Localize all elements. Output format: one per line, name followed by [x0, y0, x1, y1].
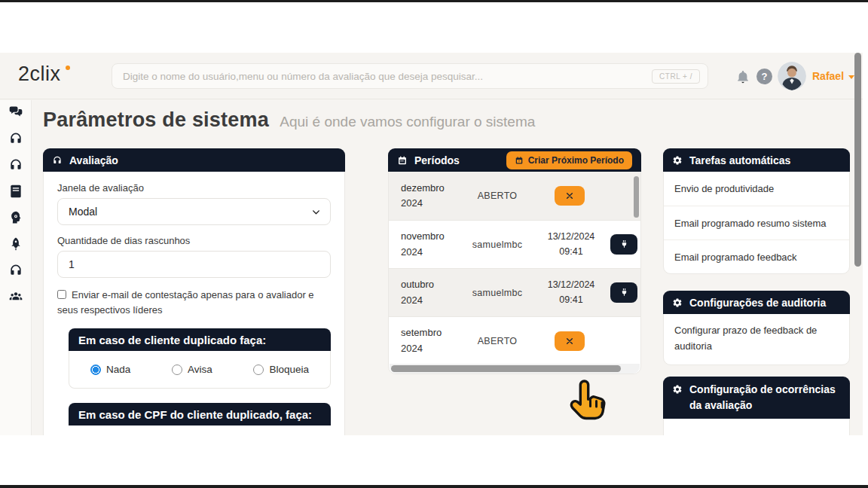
sidebar-item-chat[interactable] [8, 105, 24, 120]
period-month: outubro2024 [389, 277, 460, 307]
janela-value: Modal [69, 206, 97, 218]
period-month: novembro2024 [389, 229, 460, 259]
avatar[interactable] [778, 62, 806, 90]
close-icon [566, 192, 573, 200]
panel-tarefas-automaticas: Tarefas automáticas Envio de produtivida… [663, 148, 850, 274]
period-date: 13/12/202409:41 [535, 278, 607, 307]
checkbox-unchecked-icon[interactable] [57, 290, 66, 299]
chat-icon [8, 105, 23, 120]
page-subtitle: Aqui é onde vamos configurar o sistema [280, 114, 535, 130]
period-month: dezembro2024 [389, 181, 460, 211]
panel-auditoria-header: Configurações de auditoria [663, 291, 850, 314]
logo-dot [66, 66, 70, 70]
sidebar-item-headset-3[interactable] [8, 263, 24, 278]
close-icon [566, 337, 573, 345]
sidebar-item-users[interactable] [8, 289, 24, 304]
sidebar-item-headset-2[interactable] [8, 157, 24, 172]
period-row: novembro2024 samuelmbc 13/12/202409:41 [389, 220, 640, 268]
auditoria-item-prazo-feedback[interactable]: Configurar prazo de feedback de auditori… [664, 314, 849, 364]
panel-periodos-header: Períodos Criar Próximo Período [388, 148, 641, 172]
panel-title: Configurações de auditoria [689, 297, 826, 309]
gear-icon [672, 155, 683, 166]
radio-unchecked-icon[interactable] [253, 364, 264, 375]
panel-avaliacao: Avaliação Janela de avaliação Modal Quan… [43, 148, 345, 435]
sidebar-item-headset-1[interactable] [8, 131, 24, 146]
period-row: dezembro2024 ABERTO [389, 172, 640, 220]
topbar: 2clix CTRL + / ? Rafael [0, 53, 863, 99]
frame-bottom-border [0, 485, 868, 488]
search-input[interactable] [123, 71, 652, 82]
page-title: Parâmetros de sistema [43, 108, 269, 131]
horizontal-scrollbar-thumb[interactable] [391, 365, 621, 372]
tarefa-item-produtividade[interactable]: Envio de produtividade [664, 172, 849, 206]
close-period-button[interactable] [555, 331, 585, 351]
close-period-button[interactable] [555, 186, 585, 206]
subpanel-cliente-duplicado-header: Em caso de cliente duplicado faça: [69, 328, 331, 351]
panel-title: Configuração de ocorrências da avaliação [689, 382, 841, 413]
janela-select[interactable]: Modal [57, 198, 331, 225]
caret-down-icon [848, 75, 854, 79]
gear-icon [672, 297, 683, 308]
rascunho-input[interactable]: 1 [57, 251, 331, 278]
radio-unchecked-icon[interactable] [172, 364, 182, 375]
period-row: setembro2024 ABERTO [389, 316, 640, 364]
headset-icon [8, 157, 23, 172]
period-month: setembro2024 [389, 325, 460, 355]
radio-option-bloqueia[interactable]: Bloqueia [253, 364, 309, 375]
panel-avaliacao-header: Avaliação [43, 148, 345, 172]
contestacao-checkbox-label: Enviar e-mail de contestação apenas para… [57, 289, 314, 316]
plug-icon [619, 239, 629, 249]
reopen-period-button[interactable] [610, 282, 637, 303]
logo-text: 2clix [18, 63, 61, 85]
search-bar: CTRL + / [112, 63, 708, 89]
tarefa-item-feedback[interactable]: Email programado feedback [664, 239, 849, 273]
sidebar-item-book[interactable] [8, 184, 24, 199]
vertical-scrollbar-thumb[interactable] [634, 176, 639, 218]
notifications-bell-icon[interactable] [735, 69, 750, 85]
plug-icon [619, 288, 629, 297]
period-status: ABERTO [460, 336, 535, 346]
sidebar [0, 100, 32, 435]
search-shortcut-badge: CTRL + / [652, 69, 700, 84]
headset-icon [52, 155, 63, 166]
period-status: ABERTO [460, 191, 535, 201]
radio-checked-icon[interactable] [90, 364, 101, 375]
page-scrollbar-thumb[interactable] [854, 53, 861, 267]
headset-icon [8, 263, 23, 278]
book-icon [8, 184, 23, 199]
rascunho-label: Quantidade de dias rascunhos [57, 235, 331, 246]
subpanel-cpf-duplicado-header: Em caso de CPF do cliente duplicado, faç… [69, 403, 331, 425]
period-row: outubro2024 samuelmbc 13/12/202409:41 [389, 268, 640, 316]
radio-option-avisa[interactable]: Avisa [172, 364, 212, 375]
sidebar-item-rocket[interactable] [8, 236, 24, 252]
period-date: 13/12/202409:41 [535, 230, 607, 259]
radio-option-nada[interactable]: Nada [90, 364, 130, 375]
subpanel-cliente-duplicado: Em caso de cliente duplicado faça: Nada … [69, 328, 331, 389]
reopen-period-button[interactable] [610, 234, 637, 255]
psychology-icon [8, 210, 23, 225]
chevron-down-icon [311, 207, 321, 217]
horizontal-scrollbar[interactable] [390, 364, 640, 374]
gear-icon [672, 384, 683, 395]
calendar-icon [515, 156, 524, 165]
contestacao-checkbox-row[interactable]: Enviar e-mail de contestação apenas para… [57, 288, 331, 317]
calendar-icon [397, 155, 408, 166]
panel-ocorrencias-header: Configuração de ocorrências da avaliação [663, 377, 850, 419]
panel-configuracao-ocorrencias: Configuração de ocorrências da avaliação [663, 377, 850, 435]
subpanel-cpf-duplicado: Em caso de CPF do cliente duplicado, faç… [69, 403, 331, 425]
help-button[interactable]: ? [756, 69, 772, 84]
sidebar-item-psychology[interactable] [8, 210, 24, 225]
page-header: Parâmetros de sistema Aqui é onde vamos … [43, 108, 535, 132]
user-name: Rafael [812, 70, 844, 82]
create-next-period-button[interactable]: Criar Próximo Período [506, 151, 632, 169]
panel-title: Tarefas automáticas [689, 154, 790, 166]
headset-icon [8, 131, 23, 146]
panel-periodos: Períodos Criar Próximo Período dezembro2… [388, 148, 641, 374]
panel-configuracoes-auditoria: Configurações de auditoria Configurar pr… [663, 291, 850, 365]
panel-title: Períodos [414, 154, 460, 166]
janela-label: Janela de avaliação [57, 182, 331, 194]
period-user: samuelmbc [460, 288, 535, 298]
user-menu[interactable]: Rafael [812, 70, 854, 82]
tarefa-item-resumo-sistema[interactable]: Email programado resumo sistema [664, 206, 849, 239]
panel-tarefas-header: Tarefas automáticas [663, 148, 850, 172]
